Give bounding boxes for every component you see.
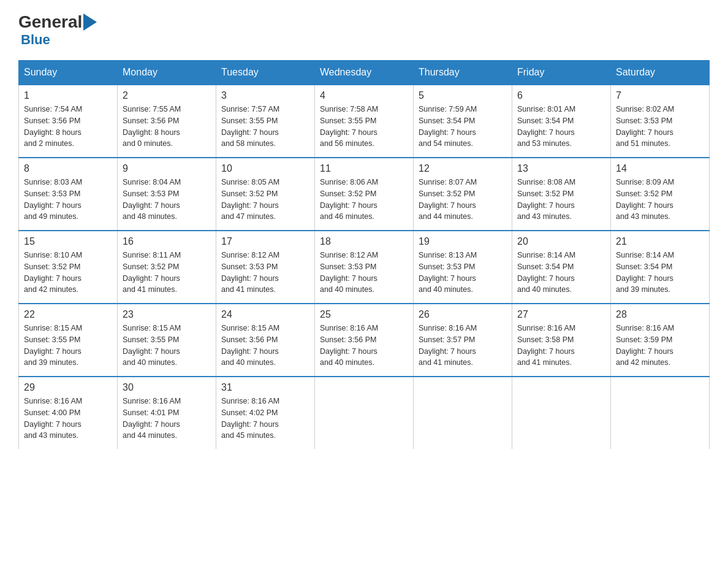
day-number: 23 [123,309,211,320]
day-cell: 4Sunrise: 7:58 AM Sunset: 3:55 PM Daylig… [315,85,414,158]
day-cell: 22Sunrise: 8:15 AM Sunset: 3:55 PM Dayli… [19,304,118,377]
day-number: 17 [221,236,309,247]
day-header-tuesday: Tuesday [216,61,315,85]
day-number: 1 [24,90,112,101]
day-info: Sunrise: 8:06 AM Sunset: 3:52 PM Dayligh… [320,177,408,223]
page-header: General Blue [18,12,710,48]
day-info: Sunrise: 8:09 AM Sunset: 3:52 PM Dayligh… [616,177,704,223]
day-cell: 26Sunrise: 8:16 AM Sunset: 3:57 PM Dayli… [414,304,512,377]
day-number: 15 [24,236,112,247]
day-number: 3 [221,90,309,101]
day-number: 7 [616,90,704,101]
day-info: Sunrise: 8:16 AM Sunset: 4:02 PM Dayligh… [221,396,309,442]
day-cell: 14Sunrise: 8:09 AM Sunset: 3:52 PM Dayli… [611,158,710,231]
day-cell: 6Sunrise: 8:01 AM Sunset: 3:54 PM Daylig… [512,85,611,158]
day-info: Sunrise: 8:14 AM Sunset: 3:54 PM Dayligh… [517,250,605,296]
day-cell: 31Sunrise: 8:16 AM Sunset: 4:02 PM Dayli… [216,377,315,449]
day-number: 9 [123,163,211,174]
day-cell: 13Sunrise: 8:08 AM Sunset: 3:52 PM Dayli… [512,158,611,231]
calendar-table: SundayMondayTuesdayWednesdayThursdayFrid… [18,60,710,449]
logo-blue: Blue [21,32,50,47]
day-cell: 3Sunrise: 7:57 AM Sunset: 3:55 PM Daylig… [216,85,315,158]
day-number: 14 [616,163,704,174]
day-cell: 17Sunrise: 8:12 AM Sunset: 3:53 PM Dayli… [216,231,315,304]
logo-general: General [18,12,82,32]
day-number: 27 [517,309,605,320]
week-row-1: 1Sunrise: 7:54 AM Sunset: 3:56 PM Daylig… [19,85,710,158]
day-number: 31 [221,382,309,393]
day-cell: 12Sunrise: 8:07 AM Sunset: 3:52 PM Dayli… [414,158,512,231]
day-number: 8 [24,163,112,174]
day-cell: 18Sunrise: 8:12 AM Sunset: 3:53 PM Dayli… [315,231,414,304]
day-info: Sunrise: 7:54 AM Sunset: 3:56 PM Dayligh… [24,104,112,150]
day-info: Sunrise: 8:16 AM Sunset: 3:58 PM Dayligh… [517,323,605,369]
day-header-wednesday: Wednesday [315,61,414,85]
day-number: 6 [517,90,605,101]
day-info: Sunrise: 7:58 AM Sunset: 3:55 PM Dayligh… [320,104,408,150]
day-info: Sunrise: 8:10 AM Sunset: 3:52 PM Dayligh… [24,250,112,296]
day-info: Sunrise: 8:05 AM Sunset: 3:52 PM Dayligh… [221,177,309,223]
day-info: Sunrise: 8:15 AM Sunset: 3:55 PM Dayligh… [24,323,112,369]
day-number: 21 [616,236,704,247]
day-cell [512,377,611,449]
day-cell [315,377,414,449]
day-cell: 11Sunrise: 8:06 AM Sunset: 3:52 PM Dayli… [315,158,414,231]
day-cell: 7Sunrise: 8:02 AM Sunset: 3:53 PM Daylig… [611,85,710,158]
day-info: Sunrise: 8:04 AM Sunset: 3:53 PM Dayligh… [123,177,211,223]
day-info: Sunrise: 8:12 AM Sunset: 3:53 PM Dayligh… [320,250,408,296]
day-cell [414,377,512,449]
day-info: Sunrise: 7:57 AM Sunset: 3:55 PM Dayligh… [221,104,309,150]
day-number: 28 [616,309,704,320]
day-info: Sunrise: 8:16 AM Sunset: 4:01 PM Dayligh… [123,396,211,442]
day-info: Sunrise: 8:11 AM Sunset: 3:52 PM Dayligh… [123,250,211,296]
day-number: 24 [221,309,309,320]
day-number: 30 [123,382,211,393]
day-header-monday: Monday [118,61,216,85]
day-info: Sunrise: 7:59 AM Sunset: 3:54 PM Dayligh… [419,104,507,150]
day-cell: 23Sunrise: 8:15 AM Sunset: 3:55 PM Dayli… [118,304,216,377]
day-number: 18 [320,236,408,247]
week-row-5: 29Sunrise: 8:16 AM Sunset: 4:00 PM Dayli… [19,377,710,449]
day-info: Sunrise: 8:02 AM Sunset: 3:53 PM Dayligh… [616,104,704,150]
day-info: Sunrise: 8:03 AM Sunset: 3:53 PM Dayligh… [24,177,112,223]
day-number: 5 [419,90,507,101]
day-number: 10 [221,163,309,174]
svg-marker-0 [83,13,97,31]
days-header-row: SundayMondayTuesdayWednesdayThursdayFrid… [19,61,710,85]
day-header-thursday: Thursday [414,61,512,85]
day-cell: 1Sunrise: 7:54 AM Sunset: 3:56 PM Daylig… [19,85,118,158]
day-info: Sunrise: 8:16 AM Sunset: 3:56 PM Dayligh… [320,323,408,369]
day-info: Sunrise: 8:14 AM Sunset: 3:54 PM Dayligh… [616,250,704,296]
logo-arrow-icon [83,13,97,31]
day-info: Sunrise: 8:12 AM Sunset: 3:53 PM Dayligh… [221,250,309,296]
week-row-4: 22Sunrise: 8:15 AM Sunset: 3:55 PM Dayli… [19,304,710,377]
day-cell: 30Sunrise: 8:16 AM Sunset: 4:01 PM Dayli… [118,377,216,449]
day-cell: 20Sunrise: 8:14 AM Sunset: 3:54 PM Dayli… [512,231,611,304]
day-info: Sunrise: 8:15 AM Sunset: 3:55 PM Dayligh… [123,323,211,369]
day-number: 16 [123,236,211,247]
day-cell: 5Sunrise: 7:59 AM Sunset: 3:54 PM Daylig… [414,85,512,158]
day-number: 12 [419,163,507,174]
day-header-saturday: Saturday [611,61,710,85]
day-number: 20 [517,236,605,247]
day-info: Sunrise: 8:13 AM Sunset: 3:53 PM Dayligh… [419,250,507,296]
day-info: Sunrise: 8:16 AM Sunset: 4:00 PM Dayligh… [24,396,112,442]
day-cell: 28Sunrise: 8:16 AM Sunset: 3:59 PM Dayli… [611,304,710,377]
day-info: Sunrise: 8:07 AM Sunset: 3:52 PM Dayligh… [419,177,507,223]
day-header-friday: Friday [512,61,611,85]
day-cell: 25Sunrise: 8:16 AM Sunset: 3:56 PM Dayli… [315,304,414,377]
day-number: 2 [123,90,211,101]
day-cell: 2Sunrise: 7:55 AM Sunset: 3:56 PM Daylig… [118,85,216,158]
day-number: 11 [320,163,408,174]
day-number: 4 [320,90,408,101]
day-cell: 24Sunrise: 8:15 AM Sunset: 3:56 PM Dayli… [216,304,315,377]
day-cell [611,377,710,449]
day-info: Sunrise: 7:55 AM Sunset: 3:56 PM Dayligh… [123,104,211,150]
day-info: Sunrise: 8:15 AM Sunset: 3:56 PM Dayligh… [221,323,309,369]
day-number: 22 [24,309,112,320]
day-number: 29 [24,382,112,393]
day-cell: 21Sunrise: 8:14 AM Sunset: 3:54 PM Dayli… [611,231,710,304]
week-row-3: 15Sunrise: 8:10 AM Sunset: 3:52 PM Dayli… [19,231,710,304]
day-cell: 10Sunrise: 8:05 AM Sunset: 3:52 PM Dayli… [216,158,315,231]
day-info: Sunrise: 8:01 AM Sunset: 3:54 PM Dayligh… [517,104,605,150]
